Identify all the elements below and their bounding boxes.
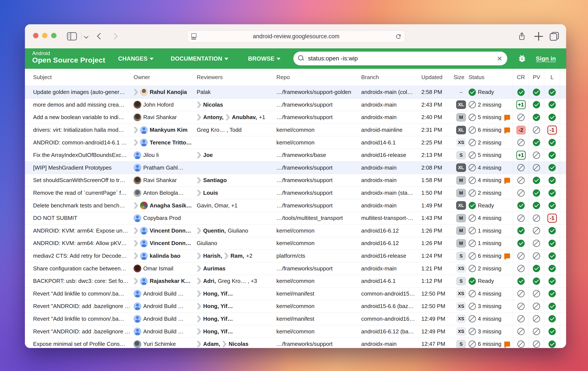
status-text: 6 missing: [478, 127, 502, 133]
avatar: [134, 101, 141, 109]
bug-report-icon[interactable]: [518, 54, 526, 63]
repo-cell: kernel/common: [276, 139, 361, 146]
search-box[interactable]: ×: [293, 52, 507, 65]
repo-cell: …/frameworks/support: [276, 177, 361, 184]
block-icon: [517, 215, 525, 222]
subject-cell: Set shouldScanWithScreenOff to tr…: [33, 177, 134, 184]
l-vote-cell: [544, 300, 560, 313]
table-row[interactable]: Revert "Add linkfile to common/.ba…Andro…: [25, 288, 566, 300]
menu-changes[interactable]: CHANGES: [118, 55, 154, 62]
updated-cell: 2:25 PM: [421, 139, 453, 146]
table-row[interactable]: Expose minimal set of Profile Cons…Yuri …: [25, 338, 566, 348]
avatar: [134, 164, 141, 172]
reader-view-icon[interactable]: [191, 33, 197, 40]
branch-cell: common-android15…: [361, 290, 421, 297]
table-row[interactable]: DO NOT SUBMITCopybara Prod…/tools/multit…: [25, 212, 566, 225]
cr-vote-cell: [513, 225, 529, 237]
owner-name: Copybara Prod: [143, 215, 181, 221]
column-header-size: Size: [453, 74, 469, 81]
menu-browse[interactable]: BROWSE: [248, 55, 281, 62]
subject-cell: Share configuration cache between…: [33, 265, 134, 272]
sign-in-link[interactable]: Sign in: [536, 55, 556, 62]
cr-vote-cell: +1: [513, 149, 529, 161]
branch-cell: android16-release: [361, 152, 421, 158]
tab-overview-icon[interactable]: [550, 32, 559, 41]
pv-vote-cell: [529, 111, 544, 124]
size-cell: S: [453, 340, 469, 348]
repo-cell: …/frameworks/support: [276, 114, 361, 120]
clear-search-icon[interactable]: ×: [497, 54, 502, 63]
reviewer-name: +2: [246, 252, 252, 259]
table-row[interactable]: BACKPORT: usb: dwc3: core: Set fo…Rajash…: [25, 275, 566, 288]
owner-name: Terence Tritto…: [150, 139, 192, 146]
status-cell: 2 missing: [469, 139, 513, 146]
check-icon: [533, 202, 540, 209]
menu-documentation[interactable]: DOCUMENTATION: [171, 55, 228, 62]
status-text: 4 missing: [478, 164, 502, 171]
block-icon: [533, 328, 540, 335]
status-text: 4 missing: [478, 215, 502, 221]
chevron-down-icon[interactable]: [84, 34, 89, 39]
table-row[interactable]: Update golden images (auto-gener…Rahul K…: [25, 86, 566, 99]
pv-vote-cell: [529, 275, 544, 287]
subject-cell: Add a new boolean variable to indi…: [33, 114, 134, 120]
table-row[interactable]: Set shouldScanWithScreenOff to tr…Ravi S…: [25, 174, 566, 187]
table-row[interactable]: ANDROID: KVM: arm64: Expose un…Vincent D…: [25, 225, 566, 237]
reviewer-name: Louis: [203, 190, 218, 196]
url-text: android-review.googlesource.com: [253, 33, 339, 40]
reload-icon[interactable]: [395, 33, 402, 40]
table-row[interactable]: ANDROID: KVM: arm64: Allow pKV…Vincent D…: [25, 237, 566, 250]
table-row[interactable]: Revert "Add linkfile to common/.ba…Andro…: [25, 313, 566, 326]
table-row[interactable]: Revert "ANDROID: add .bazelignore …Andro…: [25, 300, 566, 313]
table-row[interactable]: more demos and add missing crea…John Hof…: [25, 99, 566, 111]
branch-cell: androidx-main: [361, 202, 421, 209]
reviewer-name: Adam,: [203, 341, 220, 347]
status-text: 3 missing: [478, 328, 502, 335]
table-row[interactable]: Delete benchmark tests and bench…Anagha …: [25, 199, 566, 212]
reviewer-name: Gavin, Omar, +1: [197, 202, 238, 209]
table-row[interactable]: [WIP] MeshGradient PrototypesPratham Gah…: [25, 162, 566, 174]
owner-name: Mankyum Kim: [150, 127, 188, 133]
status-cell: Ready: [469, 88, 513, 96]
block-icon: [517, 139, 525, 146]
status-text: 2 missing: [478, 101, 502, 108]
minimize-window-button[interactable]: [42, 33, 47, 38]
table-row[interactable]: Remove the read of `currentPage` f…Anton…: [25, 187, 566, 199]
table-row[interactable]: drivers: virt: Initialization halla mod……: [25, 124, 566, 136]
subject-cell: Fix the ArrayIndexOutOfBoundsExc…: [33, 152, 134, 158]
reviewers-cell: Harish,Ram,+2: [197, 252, 276, 259]
owner-cell: Pratham Gahl…: [134, 164, 197, 172]
pv-vote-cell: [529, 99, 544, 111]
new-tab-icon[interactable]: [534, 32, 543, 41]
cr-vote-cell: [513, 187, 529, 199]
column-header-pv: PV: [529, 69, 544, 86]
address-bar[interactable]: android-review.googlesource.com: [187, 30, 405, 43]
table-row[interactable]: Share configuration cache between…Omar I…: [25, 262, 566, 275]
site-title[interactable]: Android Open Source Project: [32, 51, 105, 64]
owner-name: Android Build …: [143, 303, 184, 309]
branch-cell: android16-6.12: [361, 240, 421, 247]
reviewers-cell: Adri,Greg Kro… , +3: [197, 278, 276, 284]
zoom-window-button[interactable]: [51, 33, 56, 38]
close-window-button[interactable]: [33, 33, 38, 38]
search-input[interactable]: [308, 55, 497, 62]
table-row[interactable]: Revert "ANDROID: add .bazelignore …Andro…: [25, 325, 566, 338]
table-row[interactable]: mediav2 CTS: Add retry for Decode…kalind…: [25, 250, 566, 262]
branch-cell: androidx-main: [361, 265, 421, 272]
block-icon: [533, 227, 540, 234]
back-button[interactable]: [96, 33, 103, 40]
block-icon: [533, 315, 540, 322]
repo-cell: kernel/common: [276, 228, 361, 234]
table-row[interactable]: Add a new boolean variable to indi…Ravi …: [25, 111, 566, 124]
table-row[interactable]: Fix the ArrayIndexOutOfBoundsExc…Jilou l…: [25, 149, 566, 162]
reviewers-cell: Aurimas: [197, 265, 276, 272]
size-cell: XS: [453, 315, 469, 323]
table-row[interactable]: ANDROID: common-android14-6.1 …Terence T…: [25, 136, 566, 149]
share-icon[interactable]: [518, 32, 526, 41]
size-chip: M: [456, 189, 466, 197]
updated-cell: 2:13 PM: [421, 152, 453, 158]
sidebar-icon[interactable]: [67, 32, 77, 40]
subject-cell: ANDROID: KVM: arm64: Expose un…: [33, 228, 134, 234]
size-chip: XS: [456, 264, 466, 273]
pv-vote-cell: [529, 338, 544, 348]
